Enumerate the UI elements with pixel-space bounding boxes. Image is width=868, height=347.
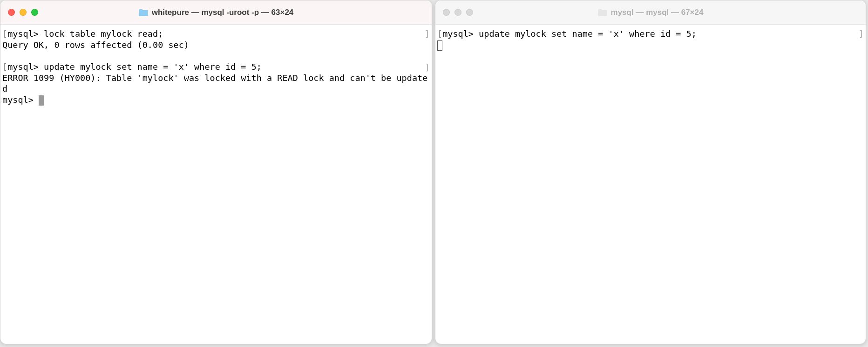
terminal-window-right[interactable]: mysql — mysql — 67×24 ][mysql> update my… [435,0,866,344]
terminal-line: ERROR 1099 (HY000): Table 'mylock' was l… [2,73,427,94]
titlebar-left[interactable]: whitepure — mysql -uroot -p — 63×24 [0,0,432,25]
cursor-icon [39,95,44,106]
terminal-prompt: mysql> [442,29,474,39]
minimize-button[interactable] [20,9,27,16]
maximize-button[interactable] [466,9,473,16]
terminal-line: update mylock set name = 'x' where id = … [474,29,697,39]
title-area-left: whitepure — mysql -uroot -p — 63×24 [0,8,432,17]
terminal-window-left[interactable]: whitepure — mysql -uroot -p — 63×24 ]][m… [0,0,432,344]
terminal-body-left[interactable]: ]][mysql> lock table mylock read; Query … [0,25,432,344]
terminal-prompt: mysql> [7,29,39,39]
traffic-lights-right [443,9,473,16]
minimize-button[interactable] [454,9,461,16]
title-area-right: mysql — mysql — 67×24 [435,8,866,17]
close-button[interactable] [443,9,450,16]
folder-icon [598,9,607,16]
terminal-line: lock table mylock read; [39,29,163,39]
bracket-icon: [ [437,29,442,39]
folder-icon [139,9,148,16]
terminal-line: Query OK, 0 rows affected (0.00 sec) [2,40,189,50]
maximize-button[interactable] [31,9,38,16]
cursor-icon [437,40,442,51]
bracket-icon: [ [2,62,7,72]
terminal-body-right[interactable]: ][mysql> update mylock set name = 'x' wh… [435,25,866,344]
terminal-prompt: mysql> [2,95,39,105]
close-button[interactable] [8,9,15,16]
bracket-icon: [ [2,29,7,39]
window-title-left: whitepure — mysql -uroot -p — 63×24 [152,8,294,17]
traffic-lights-left [8,9,38,16]
window-title-right: mysql — mysql — 67×24 [611,8,704,17]
terminal-prompt: mysql> [7,62,39,72]
titlebar-right[interactable]: mysql — mysql — 67×24 [435,0,866,25]
terminal-line: update mylock set name = 'x' where id = … [39,62,262,72]
